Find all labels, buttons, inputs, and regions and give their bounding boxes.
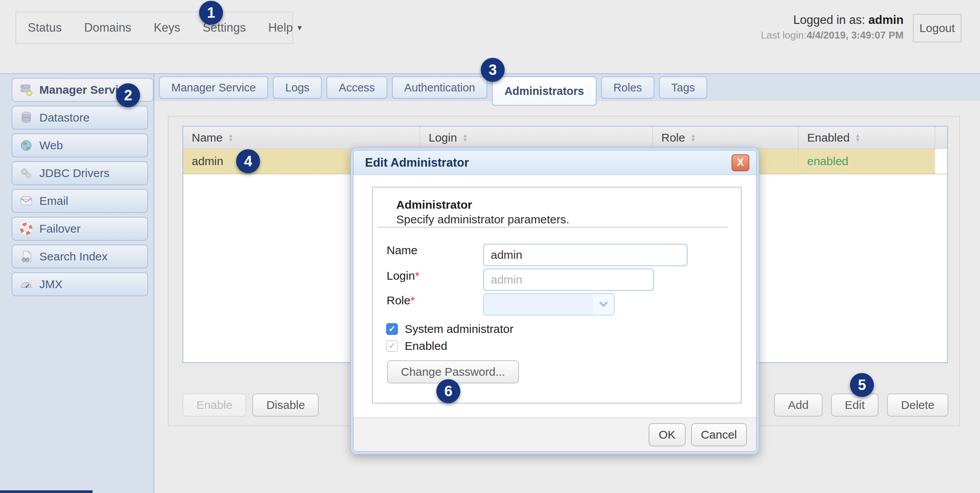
annotation-badge-6: 6 bbox=[436, 379, 460, 403]
tab-logs[interactable]: Logs bbox=[273, 76, 322, 99]
required-marker: * bbox=[411, 294, 415, 307]
system-administrator-label: System administrator bbox=[405, 322, 514, 336]
column-header-name[interactable]: Name ▲▼ bbox=[183, 127, 419, 149]
annotation-badge-4: 4 bbox=[236, 149, 260, 173]
dialog-body: Administrator Specify administrator para… bbox=[353, 175, 756, 417]
logged-in-as-text: Logged in as: admin bbox=[761, 13, 904, 27]
sidebar-item-label: Email bbox=[39, 194, 68, 208]
chevron-down-icon bbox=[593, 294, 614, 315]
annotation-badge-5: 5 bbox=[850, 373, 874, 397]
divider bbox=[377, 227, 728, 228]
annotation-badge-3: 3 bbox=[481, 58, 505, 82]
nav-item-help[interactable]: Help ▾ bbox=[268, 21, 302, 35]
tab-tags[interactable]: Tags bbox=[659, 76, 707, 99]
sidebar-item-label: Search Index bbox=[39, 250, 108, 263]
sidebar-item-jdbc-drivers[interactable]: JDBC Drivers bbox=[12, 161, 148, 185]
document-search-icon bbox=[19, 250, 33, 263]
name-field-label: Name bbox=[387, 244, 417, 257]
administrator-form-panel: Administrator Specify administrator para… bbox=[372, 187, 742, 404]
edit-button[interactable]: Edit bbox=[831, 393, 879, 417]
login-field-label: Login* bbox=[387, 269, 419, 282]
required-marker: * bbox=[415, 269, 419, 282]
lifering-icon bbox=[19, 222, 33, 236]
sidebar-item-web[interactable]: Web bbox=[12, 133, 148, 157]
table-header-row: Name ▲▼ Login ▲▼ Role ▲▼ Enabled ▲▼ bbox=[183, 127, 947, 149]
globe-icon bbox=[19, 138, 33, 152]
system-administrator-checkbox[interactable]: ✓ System administrator bbox=[386, 322, 514, 336]
tab-roles[interactable]: Roles bbox=[601, 76, 654, 99]
add-button[interactable]: Add bbox=[774, 393, 822, 417]
user-info: Logged in as: admin Last login:4/4/2019,… bbox=[761, 13, 904, 41]
annotation-badge-2: 2 bbox=[116, 83, 140, 107]
column-header-spacer bbox=[934, 127, 947, 149]
top-navigation-bar: Status Domains Keys Settings Help ▾ bbox=[15, 12, 293, 44]
column-header-role[interactable]: Role ▲▼ bbox=[652, 127, 798, 149]
sort-icon: ▲▼ bbox=[462, 133, 468, 142]
name-field[interactable] bbox=[483, 244, 688, 266]
server-gear-icon bbox=[19, 83, 33, 97]
crud-actions: Add Edit Delete bbox=[774, 393, 948, 417]
form-section-title: Administrator bbox=[396, 198, 472, 211]
tab-access[interactable]: Access bbox=[326, 76, 387, 99]
sort-icon: ▲▼ bbox=[228, 133, 233, 142]
database-icon bbox=[19, 111, 33, 125]
ok-button[interactable]: OK bbox=[649, 423, 685, 446]
dialog-footer: OK Cancel bbox=[353, 417, 756, 451]
column-header-enabled[interactable]: Enabled ▲▼ bbox=[798, 127, 934, 149]
login-field[interactable] bbox=[483, 268, 654, 291]
delete-button[interactable]: Delete bbox=[887, 393, 948, 417]
checkbox-checked-icon: ✓ bbox=[386, 323, 398, 335]
sidebar-item-search-index[interactable]: Search Index bbox=[12, 245, 148, 268]
sidebar-item-jmx[interactable]: JMX bbox=[12, 272, 148, 296]
chevron-down-icon: ▾ bbox=[297, 23, 302, 33]
enabled-label: Enabled bbox=[405, 339, 447, 353]
gauge-icon bbox=[19, 277, 33, 291]
sidebar: Manager Service Datastore Web JDBC Drive… bbox=[0, 73, 154, 493]
disable-button[interactable]: Disable bbox=[252, 393, 319, 417]
form-section-subtitle: Specify administrator parameters. bbox=[396, 213, 569, 226]
sidebar-scroll-edge bbox=[0, 490, 93, 493]
sort-icon: ▲▼ bbox=[855, 133, 860, 142]
cell-spacer bbox=[934, 149, 947, 174]
envelope-icon bbox=[19, 194, 33, 208]
nav-item-domains[interactable]: Domains bbox=[84, 21, 131, 35]
tab-administrators[interactable]: Administrators bbox=[492, 76, 596, 106]
last-login-text: Last login:4/4/2019, 3:49:07 PM bbox=[761, 29, 904, 41]
row-state-actions: Enable Disable bbox=[182, 393, 319, 417]
sidebar-item-datastore[interactable]: Datastore bbox=[12, 106, 148, 130]
checkbox-checked-disabled-icon: ✓ bbox=[386, 340, 398, 352]
logout-button[interactable]: Logout bbox=[913, 14, 961, 42]
column-header-login[interactable]: Login ▲▼ bbox=[419, 127, 652, 149]
sidebar-item-label: JDBC Drivers bbox=[39, 167, 110, 180]
dialog-header[interactable]: Edit Administrator X bbox=[353, 150, 756, 175]
edit-administrator-dialog: Edit Administrator X Administrator Speci… bbox=[350, 147, 759, 454]
sort-icon: ▲▼ bbox=[691, 133, 696, 142]
role-field-label: Role* bbox=[387, 294, 415, 307]
sidebar-item-email[interactable]: Email bbox=[12, 189, 148, 213]
cancel-button[interactable]: Cancel bbox=[691, 423, 747, 446]
tab-authentication[interactable]: Authentication bbox=[392, 76, 488, 99]
sidebar-item-label: Datastore bbox=[39, 111, 90, 124]
role-dropdown[interactable] bbox=[483, 293, 615, 316]
username-text: admin bbox=[868, 13, 904, 27]
gears-icon bbox=[19, 166, 33, 180]
close-icon[interactable]: X bbox=[732, 154, 749, 171]
enabled-checkbox[interactable]: ✓ Enabled bbox=[386, 339, 447, 353]
tab-strip: Manager Service Logs Access Authenticati… bbox=[154, 73, 980, 101]
dialog-title: Edit Administrator bbox=[365, 156, 732, 170]
sidebar-item-label: Web bbox=[39, 139, 63, 152]
sidebar-item-label: Failover bbox=[39, 222, 81, 235]
nav-item-status[interactable]: Status bbox=[28, 21, 62, 35]
sidebar-item-failover[interactable]: Failover bbox=[12, 217, 148, 241]
cell-enabled: enabled bbox=[798, 149, 934, 174]
nav-item-keys[interactable]: Keys bbox=[154, 21, 180, 35]
sidebar-item-label: JMX bbox=[39, 278, 63, 291]
enable-button[interactable]: Enable bbox=[182, 393, 246, 417]
annotation-badge-1: 1 bbox=[199, 1, 223, 25]
tab-manager-service[interactable]: Manager Service bbox=[159, 76, 268, 99]
